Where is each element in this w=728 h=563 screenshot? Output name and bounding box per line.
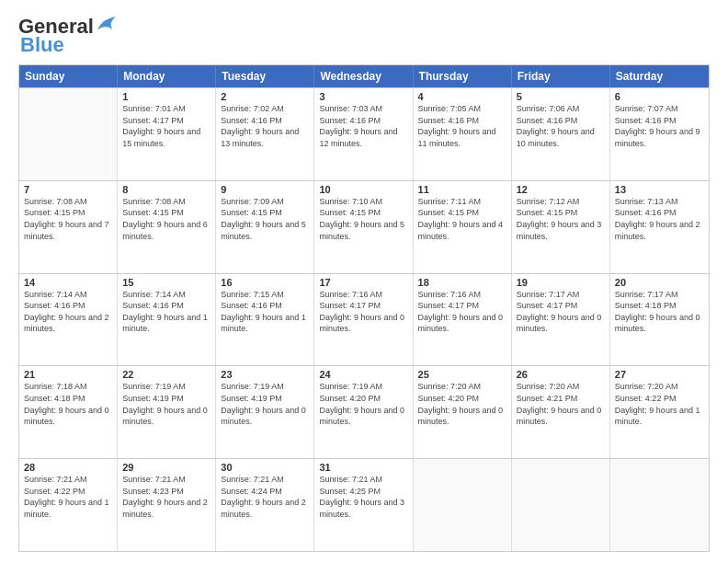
day-detail: Sunrise: 7:01 AMSunset: 4:17 PMDaylight:…: [122, 103, 210, 149]
calendar-cell: [19, 88, 118, 180]
day-number: 24: [319, 369, 407, 380]
day-detail: Sunrise: 7:05 AMSunset: 4:16 PMDaylight:…: [418, 103, 506, 149]
day-number: 20: [615, 277, 704, 288]
day-detail: Sunrise: 7:11 AMSunset: 4:15 PMDaylight:…: [418, 196, 506, 242]
calendar-cell: [512, 459, 610, 551]
day-detail: Sunrise: 7:21 AMSunset: 4:24 PMDaylight:…: [221, 474, 309, 520]
day-number: 1: [122, 91, 210, 102]
calendar-cell: [414, 459, 512, 551]
calendar-cell: 20Sunrise: 7:17 AMSunset: 4:18 PMDayligh…: [610, 274, 709, 366]
calendar-cell: 12Sunrise: 7:12 AMSunset: 4:15 PMDayligh…: [512, 181, 610, 273]
day-detail: Sunrise: 7:14 AMSunset: 4:16 PMDaylight:…: [122, 289, 210, 335]
cal-header-day: Thursday: [414, 65, 512, 87]
day-detail: Sunrise: 7:17 AMSunset: 4:18 PMDaylight:…: [615, 289, 704, 335]
day-number: 31: [319, 462, 407, 473]
day-detail: Sunrise: 7:09 AMSunset: 4:15 PMDaylight:…: [221, 196, 309, 242]
day-detail: Sunrise: 7:12 AMSunset: 4:15 PMDaylight:…: [517, 196, 605, 242]
calendar-cell: 14Sunrise: 7:14 AMSunset: 4:16 PMDayligh…: [19, 274, 118, 366]
day-number: 4: [418, 91, 506, 102]
calendar-cell: 4Sunrise: 7:05 AMSunset: 4:16 PMDaylight…: [414, 88, 512, 180]
calendar-header: SundayMondayTuesdayWednesdayThursdayFrid…: [19, 65, 709, 87]
calendar-cell: 26Sunrise: 7:20 AMSunset: 4:21 PMDayligh…: [512, 366, 610, 458]
calendar-cell: 22Sunrise: 7:19 AMSunset: 4:19 PMDayligh…: [118, 366, 216, 458]
calendar-cell: 25Sunrise: 7:20 AMSunset: 4:20 PMDayligh…: [414, 366, 512, 458]
calendar-cell: 6Sunrise: 7:07 AMSunset: 4:16 PMDaylight…: [610, 88, 709, 180]
cal-header-day: Tuesday: [216, 65, 314, 87]
day-detail: Sunrise: 7:20 AMSunset: 4:21 PMDaylight:…: [517, 381, 605, 427]
day-detail: Sunrise: 7:20 AMSunset: 4:20 PMDaylight:…: [418, 381, 506, 427]
cal-header-day: Friday: [512, 65, 610, 87]
day-detail: Sunrise: 7:16 AMSunset: 4:17 PMDaylight:…: [418, 289, 506, 335]
calendar-cell: 13Sunrise: 7:13 AMSunset: 4:16 PMDayligh…: [610, 181, 709, 273]
day-number: 11: [418, 184, 506, 195]
calendar-cell: 1Sunrise: 7:01 AMSunset: 4:17 PMDaylight…: [118, 88, 216, 180]
calendar-cell: 16Sunrise: 7:15 AMSunset: 4:16 PMDayligh…: [216, 274, 314, 366]
day-detail: Sunrise: 7:19 AMSunset: 4:20 PMDaylight:…: [319, 381, 407, 427]
day-detail: Sunrise: 7:14 AMSunset: 4:16 PMDaylight:…: [24, 289, 112, 335]
calendar-row: 28Sunrise: 7:21 AMSunset: 4:22 PMDayligh…: [19, 458, 709, 551]
day-detail: Sunrise: 7:21 AMSunset: 4:22 PMDaylight:…: [24, 474, 112, 520]
day-detail: Sunrise: 7:08 AMSunset: 4:15 PMDaylight:…: [122, 196, 210, 242]
calendar-cell: 30Sunrise: 7:21 AMSunset: 4:24 PMDayligh…: [216, 459, 314, 551]
day-number: 6: [615, 91, 704, 102]
day-number: 2: [221, 91, 309, 102]
day-number: 8: [122, 184, 210, 195]
day-detail: Sunrise: 7:16 AMSunset: 4:17 PMDaylight:…: [319, 289, 407, 335]
calendar-row: 14Sunrise: 7:14 AMSunset: 4:16 PMDayligh…: [19, 273, 709, 366]
logo-blue: Blue: [20, 33, 64, 57]
day-number: 29: [122, 462, 210, 473]
day-number: 9: [221, 184, 309, 195]
day-number: 26: [517, 369, 605, 380]
day-detail: Sunrise: 7:13 AMSunset: 4:16 PMDaylight:…: [615, 196, 704, 242]
day-detail: Sunrise: 7:18 AMSunset: 4:18 PMDaylight:…: [24, 381, 112, 427]
day-detail: Sunrise: 7:19 AMSunset: 4:19 PMDaylight:…: [122, 381, 210, 427]
calendar-cell: 7Sunrise: 7:08 AMSunset: 4:15 PMDaylight…: [19, 181, 118, 273]
header: General Blue: [18, 15, 710, 57]
calendar-cell: 9Sunrise: 7:09 AMSunset: 4:15 PMDaylight…: [216, 181, 314, 273]
calendar-row: 21Sunrise: 7:18 AMSunset: 4:18 PMDayligh…: [19, 365, 709, 458]
day-number: 25: [418, 369, 506, 380]
cal-header-day: Sunday: [19, 65, 118, 87]
day-number: 28: [24, 462, 112, 473]
day-number: 18: [418, 277, 506, 288]
cal-header-day: Saturday: [610, 65, 709, 87]
calendar-cell: 11Sunrise: 7:11 AMSunset: 4:15 PMDayligh…: [414, 181, 512, 273]
day-number: 5: [517, 91, 605, 102]
day-detail: Sunrise: 7:15 AMSunset: 4:16 PMDaylight:…: [221, 289, 309, 335]
day-number: 3: [319, 91, 407, 102]
day-detail: Sunrise: 7:06 AMSunset: 4:16 PMDaylight:…: [517, 103, 605, 149]
day-number: 13: [615, 184, 704, 195]
calendar-cell: 10Sunrise: 7:10 AMSunset: 4:15 PMDayligh…: [314, 181, 413, 273]
calendar-cell: 8Sunrise: 7:08 AMSunset: 4:15 PMDaylight…: [118, 181, 216, 273]
day-detail: Sunrise: 7:08 AMSunset: 4:15 PMDaylight:…: [24, 196, 112, 242]
day-detail: Sunrise: 7:03 AMSunset: 4:16 PMDaylight:…: [319, 103, 407, 149]
day-detail: Sunrise: 7:17 AMSunset: 4:17 PMDaylight:…: [517, 289, 605, 335]
calendar-cell: 24Sunrise: 7:19 AMSunset: 4:20 PMDayligh…: [314, 366, 413, 458]
cal-header-day: Wednesday: [314, 65, 413, 87]
day-detail: Sunrise: 7:10 AMSunset: 4:15 PMDaylight:…: [319, 196, 407, 242]
calendar-cell: 23Sunrise: 7:19 AMSunset: 4:19 PMDayligh…: [216, 366, 314, 458]
page: General Blue SundayMondayTuesdayWednesda…: [0, 0, 728, 563]
calendar: SundayMondayTuesdayWednesdayThursdayFrid…: [18, 64, 710, 552]
calendar-cell: 3Sunrise: 7:03 AMSunset: 4:16 PMDaylight…: [314, 88, 413, 180]
day-number: 30: [221, 462, 309, 473]
day-detail: Sunrise: 7:19 AMSunset: 4:19 PMDaylight:…: [221, 381, 309, 427]
day-detail: Sunrise: 7:21 AMSunset: 4:23 PMDaylight:…: [122, 474, 210, 520]
calendar-cell: 21Sunrise: 7:18 AMSunset: 4:18 PMDayligh…: [19, 366, 118, 458]
day-number: 22: [122, 369, 210, 380]
day-number: 16: [221, 277, 309, 288]
logo: General Blue: [18, 15, 116, 57]
cal-header-day: Monday: [118, 65, 216, 87]
day-number: 17: [319, 277, 407, 288]
day-number: 14: [24, 277, 112, 288]
day-detail: Sunrise: 7:07 AMSunset: 4:16 PMDaylight:…: [615, 103, 704, 149]
day-number: 21: [24, 369, 112, 380]
calendar-body: 1Sunrise: 7:01 AMSunset: 4:17 PMDaylight…: [19, 87, 709, 551]
calendar-cell: 5Sunrise: 7:06 AMSunset: 4:16 PMDaylight…: [512, 88, 610, 180]
calendar-cell: 2Sunrise: 7:02 AMSunset: 4:16 PMDaylight…: [216, 88, 314, 180]
day-number: 23: [221, 369, 309, 380]
calendar-row: 1Sunrise: 7:01 AMSunset: 4:17 PMDaylight…: [19, 87, 709, 180]
day-number: 7: [24, 184, 112, 195]
day-number: 15: [122, 277, 210, 288]
day-number: 19: [517, 277, 605, 288]
